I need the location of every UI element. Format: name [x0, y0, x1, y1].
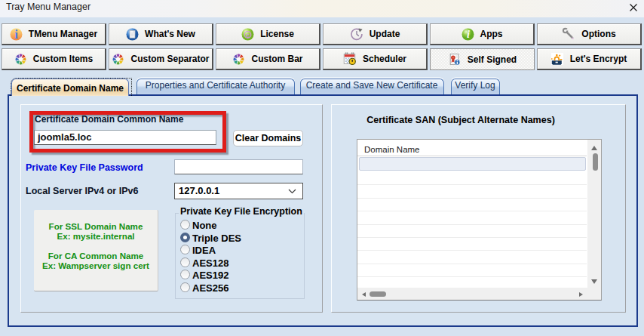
svg-text:i: i	[467, 29, 470, 40]
svg-text:c: c	[246, 32, 250, 39]
svg-text:i: i	[14, 28, 18, 41]
